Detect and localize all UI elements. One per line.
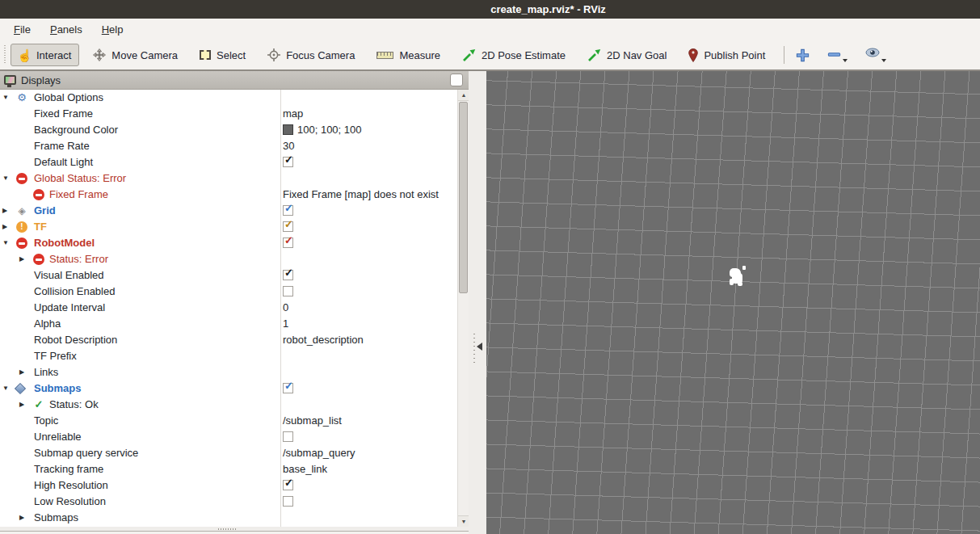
tree-row-alpha[interactable]: Alpha1 bbox=[0, 316, 469, 332]
menu-item-help[interactable]: Help bbox=[95, 23, 131, 36]
menu-item-panels[interactable]: Panels bbox=[43, 23, 90, 36]
row-value[interactable]: 30 bbox=[283, 138, 294, 154]
tree-row-default-light[interactable]: Default Light✓ bbox=[0, 154, 469, 170]
tool-button-select[interactable]: Select bbox=[191, 44, 254, 66]
checkbox[interactable]: ✓ bbox=[283, 480, 293, 490]
tree-row-robotmodel[interactable]: ▼RobotModel✓ bbox=[0, 235, 469, 251]
tree-row-grid[interactable]: ▶◈Grid✓ bbox=[0, 203, 469, 219]
checkbox[interactable] bbox=[283, 286, 293, 296]
row-label: Robot Description bbox=[34, 332, 117, 348]
row-value[interactable]: 0 bbox=[283, 300, 288, 316]
tree-row-visual-enabled[interactable]: Visual Enabled✓ bbox=[0, 267, 469, 284]
checkmark-icon: ✓ bbox=[284, 267, 293, 278]
tree-row-tf[interactable]: ▶!TF✓ bbox=[0, 219, 469, 235]
scroll-thumb[interactable] bbox=[459, 102, 468, 293]
select-box-icon bbox=[200, 50, 211, 60]
toolbar-drag-handle[interactable] bbox=[2, 45, 7, 65]
vertical-scrollbar[interactable]: ▲ ▼ bbox=[457, 90, 469, 527]
expanded-arrow-icon[interactable]: ▼ bbox=[2, 235, 9, 251]
tree-row-high-resolution[interactable]: High Resolution✓ bbox=[0, 477, 469, 494]
collapsed-arrow-icon[interactable]: ▶ bbox=[19, 510, 24, 526]
checkbox[interactable]: ✓ bbox=[283, 238, 293, 248]
collapsed-arrow-icon[interactable]: ▶ bbox=[19, 364, 24, 381]
row-label: Submap query service bbox=[34, 445, 138, 461]
row-value[interactable]: 100; 100; 100 bbox=[283, 122, 362, 138]
checkbox[interactable] bbox=[283, 496, 293, 507]
collapsed-arrow-icon[interactable]: ▶ bbox=[2, 203, 7, 219]
row-label: TF bbox=[34, 219, 47, 235]
collapsed-arrow-icon[interactable]: ▶ bbox=[19, 251, 24, 267]
checkbox[interactable]: ✓ bbox=[283, 205, 293, 216]
displays-panel-header[interactable]: Displays bbox=[0, 71, 469, 90]
horizontal-splitter[interactable] bbox=[0, 527, 469, 531]
3d-viewport[interactable] bbox=[486, 71, 980, 534]
row-label: Status: Error bbox=[49, 251, 108, 267]
tree-row-fixed-frame[interactable]: Fixed Framemap bbox=[0, 106, 469, 122]
row-label: Collision Enabled bbox=[34, 284, 115, 300]
tool-button-move-camera[interactable]: Move Camera bbox=[85, 44, 186, 66]
row-value[interactable]: robot_description bbox=[283, 332, 364, 348]
collapsed-arrow-icon[interactable]: ▶ bbox=[19, 397, 24, 413]
row-label: Submaps bbox=[34, 381, 82, 397]
panel-float-button[interactable] bbox=[450, 74, 463, 86]
row-value[interactable]: base_link bbox=[283, 461, 327, 477]
tool-button-measure[interactable]: Measure bbox=[368, 44, 448, 66]
row-label: Fixed Frame bbox=[49, 187, 108, 203]
view-button-zoom-in[interactable] bbox=[793, 47, 813, 64]
tree-row-fixed-frame[interactable]: Fixed FrameFixed Frame [map] does not ex… bbox=[0, 187, 469, 203]
tree-row-submaps[interactable]: ▶Submaps bbox=[0, 510, 469, 526]
checkbox[interactable]: ✓ bbox=[283, 270, 293, 280]
row-label: Global Options bbox=[34, 90, 103, 106]
tree-row-background-color[interactable]: Background Color100; 100; 100 bbox=[0, 122, 469, 138]
tree-row-topic[interactable]: Topic/submap_list bbox=[0, 413, 469, 429]
view-button-zoom-out[interactable] bbox=[824, 46, 851, 64]
tree-row-submaps[interactable]: ▼Submaps✓ bbox=[0, 381, 469, 397]
tree-row-global-status-error[interactable]: ▼Global Status: Error bbox=[0, 170, 469, 187]
tree-row-unreliable[interactable]: Unreliable bbox=[0, 429, 469, 445]
tree-row-global-options[interactable]: ▼⚙Global Options bbox=[0, 90, 469, 106]
tool-button-interact[interactable]: ☝Interact bbox=[11, 44, 79, 66]
row-value[interactable]: map bbox=[283, 106, 303, 122]
row-value[interactable]: /submap_list bbox=[283, 413, 342, 429]
checkbox[interactable]: ✓ bbox=[283, 221, 293, 232]
collapsed-arrow-icon[interactable]: ▶ bbox=[2, 219, 7, 235]
row-value[interactable]: Fixed Frame [map] does not exist bbox=[283, 187, 439, 203]
main-area: Displays ▼⚙Global OptionsFixed FramemapB… bbox=[0, 71, 980, 534]
scroll-down-button[interactable]: ▼ bbox=[458, 515, 469, 527]
tree-row-submap-query-service[interactable]: Submap query service/submap_query bbox=[0, 445, 469, 461]
tree-row-low-resolution[interactable]: Low Resolution bbox=[0, 494, 469, 510]
checkmark-icon: ✓ bbox=[284, 203, 293, 213]
tool-button-focus-camera[interactable]: Focus Camera bbox=[259, 44, 363, 66]
checkbox[interactable]: ✓ bbox=[283, 157, 293, 167]
tree-row-frame-rate[interactable]: Frame Rate30 bbox=[0, 138, 469, 154]
row-value[interactable]: /submap_query bbox=[283, 445, 355, 461]
tool-button-publish-point[interactable]: Publish Point bbox=[680, 44, 773, 66]
window-titlebar[interactable]: create_map.rviz* - RViz bbox=[0, 0, 980, 19]
row-label: TF Prefix bbox=[34, 348, 77, 364]
view-button-eye[interactable] bbox=[862, 46, 890, 64]
expanded-arrow-icon[interactable]: ▼ bbox=[2, 381, 9, 397]
expanded-arrow-icon[interactable]: ▼ bbox=[2, 90, 9, 106]
scroll-up-button[interactable]: ▲ bbox=[458, 90, 469, 101]
tree-row-status-ok[interactable]: ▶✓Status: Ok bbox=[0, 397, 469, 413]
tree-row-status-error[interactable]: ▶Status: Error bbox=[0, 251, 469, 267]
tool-button-2d-pose-estimate[interactable]: 2D Pose Estimate bbox=[454, 44, 574, 66]
robot-model[interactable] bbox=[727, 265, 748, 289]
menu-item-file[interactable]: File bbox=[6, 23, 38, 36]
expanded-arrow-icon[interactable]: ▼ bbox=[2, 170, 9, 187]
tree-row-update-interval[interactable]: Update Interval0 bbox=[0, 300, 469, 316]
color-swatch[interactable] bbox=[283, 124, 293, 135]
collapse-arrow-icon[interactable] bbox=[477, 343, 482, 351]
tree-row-collision-enabled[interactable]: Collision Enabled bbox=[0, 284, 469, 300]
tool-button-2d-nav-goal[interactable]: 2D Nav Goal bbox=[579, 44, 675, 66]
tree-row-tf-prefix[interactable]: TF Prefix bbox=[0, 348, 469, 364]
zoom-out-icon bbox=[827, 48, 841, 61]
row-value[interactable]: 1 bbox=[283, 316, 288, 332]
tree-row-tracking-frame[interactable]: Tracking framebase_link bbox=[0, 461, 469, 477]
tree-row-robot-description[interactable]: Robot Descriptionrobot_description bbox=[0, 332, 469, 348]
panel-splitter[interactable] bbox=[469, 71, 486, 534]
hand-icon: ☝ bbox=[19, 48, 31, 62]
checkbox[interactable] bbox=[283, 431, 293, 442]
checkbox[interactable]: ✓ bbox=[283, 383, 293, 393]
tree-row-links[interactable]: ▶Links bbox=[0, 364, 469, 381]
